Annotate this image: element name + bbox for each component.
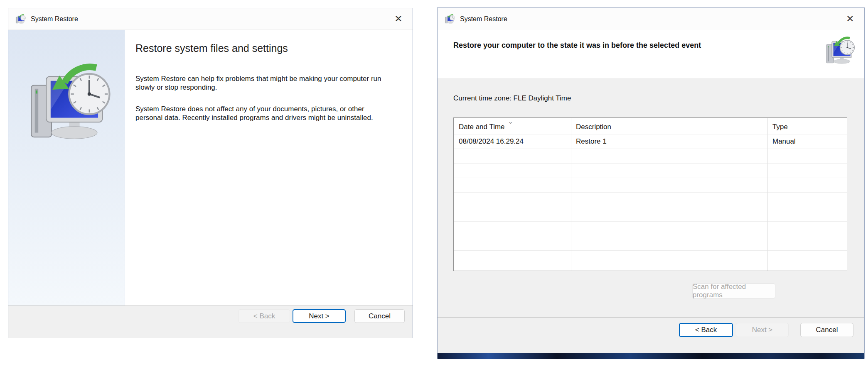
system-restore-illustration-small	[824, 35, 855, 65]
table-cell: Manual	[767, 134, 847, 149]
table-empty-row[interactable]	[454, 178, 847, 193]
restore-point-row[interactable]: 08/08/2024 16.29.24Restore 1Manual	[454, 134, 847, 149]
cancel-button[interactable]: Cancel	[354, 309, 405, 323]
close-button[interactable]: ✕	[390, 12, 407, 27]
wizard-content: Restore system files and settings System…	[125, 30, 413, 306]
scan-affected-programs-button[interactable]: Scan for affected programs	[692, 283, 775, 298]
page-title: Restore system files and settings	[135, 42, 413, 54]
system-restore-select-point-dialog: System Restore ✕ Restore your computer t…	[437, 7, 865, 359]
screenshot-canvas: System Restore ✕ Restore system files an…	[0, 0, 868, 369]
page-title: Restore your computer to the state it wa…	[453, 41, 794, 50]
sort-ascending-icon: ⌄	[508, 117, 513, 125]
system-restore-wizard-dialog: System Restore ✕ Restore system files an…	[8, 8, 413, 338]
close-icon: ✕	[846, 13, 854, 24]
column-header-description[interactable]: Description	[571, 118, 767, 134]
column-divider	[571, 118, 571, 271]
table-empty-row[interactable]	[454, 222, 847, 236]
close-button[interactable]: ✕	[842, 12, 858, 27]
restore-points-table[interactable]: ⌄ Date and TimeDescriptionType 08/08/202…	[453, 117, 847, 271]
table-empty-row[interactable]	[454, 149, 847, 164]
system-restore-illustration	[23, 60, 111, 143]
table-empty-row[interactable]	[454, 193, 847, 207]
info-paragraph: System Restore does not affect any of yo…	[135, 105, 390, 122]
dialog-header: Restore your computer to the state it wa…	[438, 30, 864, 78]
table-empty-row[interactable]	[454, 207, 847, 222]
back-button[interactable]: < Back	[679, 323, 733, 337]
table-cell: 08/08/2024 16.29.24	[454, 134, 571, 149]
window-title: System Restore	[31, 15, 78, 23]
window-title: System Restore	[460, 15, 507, 23]
cancel-button[interactable]: Cancel	[800, 323, 853, 337]
system-restore-app-icon	[444, 14, 455, 24]
table-empty-row[interactable]	[454, 164, 847, 178]
next-button[interactable]: Next >	[736, 323, 789, 337]
button-footer	[8, 305, 413, 338]
title-bar[interactable]: System Restore ✕	[8, 8, 413, 30]
table-empty-row[interactable]	[454, 236, 847, 251]
table-body: 08/08/2024 16.29.24Restore 1Manual	[454, 134, 847, 271]
title-bar[interactable]: System Restore ✕	[438, 8, 864, 30]
column-header-type[interactable]: Type	[767, 118, 847, 134]
table-cell: Restore 1	[571, 134, 767, 149]
back-button[interactable]: < Back	[239, 309, 290, 323]
column-divider	[767, 118, 768, 271]
next-button[interactable]: Next >	[293, 309, 346, 323]
timezone-label: Current time zone: FLE Daylight Time	[453, 94, 571, 103]
wizard-sidebar	[8, 30, 125, 306]
table-empty-row[interactable]	[454, 265, 847, 271]
desktop-background-strip	[438, 353, 864, 359]
close-icon: ✕	[394, 13, 402, 24]
intro-paragraph: System Restore can help fix problems tha…	[135, 74, 390, 92]
system-restore-app-icon	[15, 14, 26, 24]
table-empty-row[interactable]	[454, 251, 847, 265]
